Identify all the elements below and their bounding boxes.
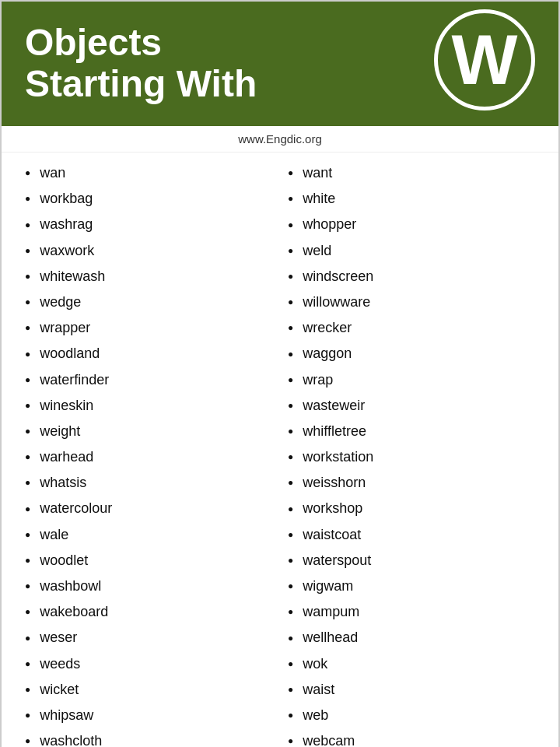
list-item: wellhead <box>288 625 535 651</box>
header: Objects Starting With W <box>2 2 558 126</box>
list-item: wampum <box>288 599 535 625</box>
header-title-line1: Objects <box>25 23 257 64</box>
columns: wanworkbagwashragwaxworkwhitewashwedgewr… <box>17 160 543 747</box>
list-item: web <box>288 703 535 728</box>
list-item: woodlet <box>25 548 272 573</box>
list-item: wedge <box>25 289 272 315</box>
header-text-block: Objects Starting With <box>25 23 257 105</box>
list-item: whatsis <box>25 470 272 496</box>
list-item: washrag <box>25 212 272 237</box>
list-item: workstation <box>288 444 535 470</box>
list-item: weeds <box>25 651 272 677</box>
list-item: weight <box>25 419 272 444</box>
list-item: willowware <box>288 289 535 315</box>
list-item: wasteweir <box>288 393 535 419</box>
list-item: waistcoat <box>288 522 535 548</box>
list-item: wale <box>25 522 272 548</box>
list-item: watercolour <box>25 496 272 521</box>
list-item: waterfinder <box>25 367 272 393</box>
header-logo: W <box>434 9 535 110</box>
list-item: wigwam <box>288 573 535 599</box>
list-item: workbag <box>25 186 272 212</box>
list-item: wineskin <box>25 393 272 419</box>
right-word-list: wantwhitewhopperweldwindscreenwillowware… <box>288 160 535 747</box>
list-item: weser <box>25 625 272 651</box>
list-item: wan <box>25 160 272 186</box>
list-item: white <box>288 186 535 212</box>
list-item: waterspout <box>288 548 535 573</box>
list-item: waxwork <box>25 238 272 264</box>
content: wanworkbagwashragwaxworkwhitewashwedgewr… <box>2 153 558 747</box>
url-text: www.Engdic.org <box>238 132 322 146</box>
left-word-list: wanworkbagwashragwaxworkwhitewashwedgewr… <box>25 160 272 747</box>
page-wrapper: Objects Starting With W www.Engdic.org w… <box>0 0 560 747</box>
list-item: whopper <box>288 212 535 237</box>
header-title-line2: Starting With <box>25 64 257 105</box>
list-item: want <box>288 160 535 186</box>
left-column: wanworkbagwashragwaxworkwhitewashwedgewr… <box>17 160 280 747</box>
list-item: weisshorn <box>288 470 535 496</box>
list-item: wrap <box>288 367 535 393</box>
list-item: webcam <box>288 728 535 747</box>
list-item: waggon <box>288 341 535 366</box>
list-item: washbowl <box>25 573 272 599</box>
list-item: washcloth <box>25 728 272 747</box>
list-item: warhead <box>25 444 272 470</box>
list-item: wakeboard <box>25 599 272 625</box>
url-bar: www.Engdic.org <box>2 126 558 153</box>
list-item: woodland <box>25 341 272 366</box>
list-item: whitewash <box>25 264 272 289</box>
right-column: wantwhitewhopperweldwindscreenwillowware… <box>280 160 543 747</box>
list-item: waist <box>288 677 535 703</box>
list-item: whipsaw <box>25 703 272 728</box>
header-logo-letter: W <box>452 25 518 95</box>
list-item: whiffletree <box>288 419 535 444</box>
list-item: windscreen <box>288 264 535 289</box>
list-item: wok <box>288 651 535 677</box>
list-item: workshop <box>288 496 535 521</box>
list-item: wicket <box>25 677 272 703</box>
list-item: weld <box>288 238 535 264</box>
list-item: wrecker <box>288 315 535 341</box>
list-item: wrapper <box>25 315 272 341</box>
